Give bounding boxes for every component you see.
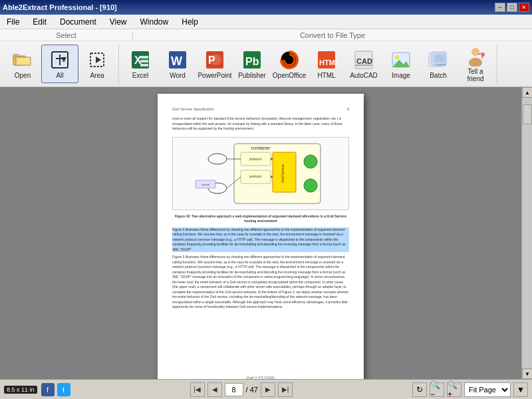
- zoom-in-button[interactable]: 🔍+: [447, 382, 462, 397]
- tell-friend-icon: !: [465, 45, 486, 66]
- word-button[interactable]: W Word: [159, 45, 196, 83]
- page-intro-text: must or even all support for standard Gr…: [172, 116, 349, 132]
- scroll-down-button[interactable]: ▼: [522, 368, 532, 379]
- svg-point-33: [469, 58, 482, 66]
- tell-friend-button[interactable]: ! Tell a friend: [457, 45, 494, 83]
- toolbar-labels: Select Convert to File Type: [0, 29, 532, 41]
- svg-text:protocol: protocol: [249, 157, 261, 161]
- scroll-track[interactable]: [522, 98, 532, 368]
- menu-file[interactable]: File: [0, 15, 26, 29]
- page-navigation: |◀ ◀ / 47 ▶ ▶|: [74, 382, 408, 397]
- zoom-out-button[interactable]: 🔍−: [430, 382, 444, 397]
- statusbar: 8.5 x 11 in f t |◀ ◀ / 47 ▶ ▶| ↻ 🔍− 🔍+ F…: [0, 379, 532, 399]
- svg-text:W: W: [171, 55, 182, 68]
- fit-page-select[interactable]: Fit Page Fit Width 50% 75% 100%: [464, 382, 511, 397]
- svg-marker-6: [96, 57, 101, 63]
- powerpoint-icon: P: [204, 49, 225, 70]
- body-text: Figure 3 illustrates these differences b…: [172, 255, 349, 310]
- image-icon: [390, 49, 412, 70]
- svg-rect-31: [436, 64, 446, 66]
- powerpoint-label: PowerPoint: [198, 72, 231, 79]
- area-button[interactable]: Area: [78, 45, 116, 83]
- publisher-label: Publisher: [238, 72, 266, 79]
- publisher-button[interactable]: Pb Publisher: [233, 45, 271, 83]
- excel-icon: X: [130, 49, 151, 70]
- batch-label: Batch: [430, 72, 447, 79]
- openoffice-button[interactable]: OpenOffice: [271, 45, 308, 83]
- close-button[interactable]: ✕: [519, 3, 529, 12]
- publisher-icon: Pb: [241, 49, 263, 70]
- minimize-button[interactable]: –: [495, 3, 505, 12]
- window-title: Able2Extract Professional - [910]: [3, 3, 117, 11]
- last-page-button[interactable]: ▶|: [278, 382, 293, 397]
- tell-friend-label: Tell a friend: [459, 68, 492, 82]
- menu-edit[interactable]: Edit: [26, 15, 53, 29]
- autocad-label: AutoCAD: [350, 72, 378, 79]
- toolbar: Select Convert to File Type Open: [0, 29, 532, 87]
- autocad-icon: CAD: [353, 49, 374, 70]
- twitter-button[interactable]: t: [57, 383, 70, 396]
- svg-text:protocol: protocol: [249, 174, 261, 178]
- prev-page-button[interactable]: ◀: [207, 382, 222, 397]
- svg-point-44: [304, 155, 317, 168]
- svg-marker-4: [61, 57, 66, 63]
- refresh-button[interactable]: ↻: [412, 382, 427, 397]
- fit-dropdown-button[interactable]: ▼: [513, 382, 528, 397]
- menu-help[interactable]: Help: [175, 15, 205, 29]
- svg-text:Pb: Pb: [245, 56, 259, 67]
- all-label: All: [56, 72, 63, 79]
- open-icon: [12, 49, 33, 70]
- area-label: Area: [90, 72, 104, 79]
- svg-rect-11: [140, 64, 148, 66]
- image-button[interactable]: Image: [382, 45, 420, 83]
- figure-diagram: container protocol protocol Grid Service: [172, 137, 349, 210]
- scroll-up-button[interactable]: ▲: [522, 87, 532, 98]
- html-button[interactable]: HTML HTML: [308, 45, 345, 83]
- first-page-button[interactable]: |◀: [190, 382, 205, 397]
- svg-text:Grid Service: Grid Service: [281, 164, 285, 183]
- svg-text:HTML: HTML: [319, 59, 337, 66]
- svg-point-48: [208, 154, 227, 164]
- area-icon: [86, 49, 108, 70]
- html-icon: HTML: [316, 49, 337, 70]
- page-header: Grid Service Specification 8: [172, 107, 349, 111]
- all-button[interactable]: All: [41, 45, 78, 83]
- document-view[interactable]: Grid Service Specification 8 must or eve…: [0, 87, 521, 379]
- vertical-scrollbar[interactable]: ▲ ▼: [521, 87, 532, 379]
- open-button[interactable]: Open: [4, 45, 41, 83]
- powerpoint-button[interactable]: P PowerPoint: [196, 45, 233, 83]
- social-icons: f t: [41, 383, 70, 396]
- figure-caption: Figure 42: Two alternative approach a we…: [172, 214, 349, 223]
- window-controls[interactable]: – □ ✕: [495, 3, 529, 12]
- maximize-button[interactable]: □: [507, 3, 517, 12]
- excel-button[interactable]: X Excel: [122, 45, 159, 83]
- select-group: Open All: [1, 44, 119, 84]
- svg-text:P: P: [208, 55, 215, 66]
- menu-document[interactable]: Document: [53, 15, 103, 29]
- scroll-thumb[interactable]: [523, 104, 532, 124]
- svg-rect-9: [140, 56, 148, 59]
- menu-view[interactable]: View: [103, 15, 134, 29]
- page-footer: Draft 3 (7/17/2002): [247, 376, 275, 379]
- svg-point-26: [395, 55, 399, 59]
- convert-group-label: Convert to File Type: [133, 31, 532, 39]
- page-header-right: 8: [347, 107, 349, 111]
- all-icon: [49, 49, 70, 70]
- document-page: Grid Service Specification 8 must or eve…: [158, 94, 364, 379]
- menubar: File Edit Document View Window Help: [0, 15, 532, 29]
- page-header-left: Grid Service Specification: [172, 107, 214, 111]
- openoffice-label: OpenOffice: [273, 72, 306, 79]
- batch-icon: [428, 49, 449, 70]
- autocad-button[interactable]: CAD AutoCAD: [345, 45, 382, 83]
- page-size-badge: 8.5 x 11 in: [4, 386, 37, 394]
- batch-button[interactable]: Batch: [420, 45, 457, 83]
- svg-text:CAD: CAD: [356, 57, 372, 65]
- main-area: Grid Service Specification 8 must or eve…: [0, 87, 532, 379]
- page-number-input[interactable]: [225, 383, 243, 396]
- menu-window[interactable]: Window: [134, 15, 176, 29]
- page-total: / 47: [246, 386, 258, 394]
- open-label: Open: [15, 72, 31, 79]
- next-page-button[interactable]: ▶: [261, 382, 275, 397]
- svg-rect-2: [16, 57, 31, 65]
- facebook-button[interactable]: f: [41, 383, 55, 396]
